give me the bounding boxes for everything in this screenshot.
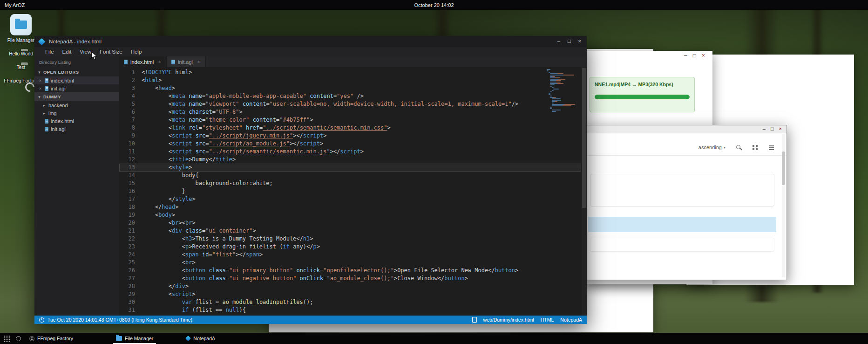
code-line-21[interactable]: 21 <div class="ui container"> (119, 227, 581, 235)
list-view-icon[interactable] (768, 144, 774, 151)
scrollbar[interactable] (782, 134, 785, 277)
scrollbar-thumb[interactable] (582, 68, 586, 208)
code-line-28[interactable]: 28 </div> (119, 282, 581, 290)
file-list-row[interactable] (590, 174, 774, 206)
code-line-6[interactable]: 6 <meta charset="UTF-8"> (119, 108, 581, 116)
close-button[interactable]: × (578, 38, 581, 44)
search-icon[interactable] (736, 144, 742, 151)
minimize-button[interactable]: – (763, 126, 766, 131)
section-open-editors[interactable]: ▾OPEN EDITORS (34, 68, 119, 76)
close-button[interactable]: × (779, 126, 782, 131)
file-window-titlebar[interactable]: – □ × (584, 125, 787, 133)
chevron-down-icon: ▾ (724, 145, 726, 150)
menu-font-size[interactable]: Font Size (95, 49, 127, 55)
code-line-24[interactable]: 24 <span id="flist"></span> (119, 251, 581, 259)
line-number: 7 (119, 116, 142, 124)
file-list-row-selected[interactable] (588, 217, 776, 232)
taskbar-item-notepada[interactable]: NotepadA (183, 333, 218, 344)
maximize-button[interactable]: □ (693, 53, 696, 58)
code-line-9[interactable]: 9 <script src="../script/jquery.min.js">… (119, 132, 581, 140)
line-number: 4 (119, 92, 142, 100)
taskbar-item-label: NotepadA (193, 336, 215, 341)
close-icon[interactable]: × (157, 60, 162, 64)
close-icon[interactable]: × (197, 60, 201, 64)
section-workspace[interactable]: ▾DUMMY (34, 92, 119, 101)
scrollbar-thumb[interactable] (782, 151, 785, 185)
code-line-7[interactable]: 7 <meta name="theme-color" content="#4b7… (119, 116, 581, 124)
menu-help[interactable]: Help (127, 49, 146, 55)
code-line-27[interactable]: 27 <button class="ui negative button" on… (119, 275, 581, 282)
tab-init.agi[interactable]: init.agi× (167, 56, 206, 67)
taskbar-item-file-manager[interactable]: File Manager (113, 333, 156, 344)
open-editor-init.agi[interactable]: ×init.agi (34, 84, 119, 92)
code-line-30[interactable]: 30 var flist = ao_module_loadInputFiles(… (119, 298, 581, 306)
code-line-17[interactable]: 17 </style> (119, 195, 581, 203)
file-index.html[interactable]: index.html (34, 117, 119, 125)
close-icon[interactable]: × (38, 86, 42, 91)
line-number: 15 (119, 179, 142, 187)
code-line-22[interactable]: 22 <h3>This is a Dummy Testing Module</h… (119, 235, 581, 243)
code-line-31[interactable]: 31 if (flist == null){ (119, 306, 581, 314)
line-number: 28 (119, 282, 142, 290)
line-number: 21 (119, 227, 142, 235)
code-line-15[interactable]: 15 background-color:white; (119, 179, 581, 187)
status-language[interactable]: HTML (541, 317, 554, 323)
code-line-2[interactable]: 2<html> (119, 76, 581, 84)
conversion-task-card: NNE1.mp4|MP4 → MP3(320 Kbps) (590, 77, 695, 112)
code-line-19[interactable]: 19 <body> (119, 211, 581, 219)
open-editor-index.html[interactable]: ×index.html (34, 76, 119, 84)
line-number: 27 (119, 275, 142, 282)
editor-scrollbar[interactable] (582, 67, 587, 316)
minimap[interactable] (547, 69, 580, 112)
code-line-25[interactable]: 25 <br> (119, 259, 581, 267)
code-line-13[interactable]: 13 <style> (119, 164, 581, 172)
code-line-10[interactable]: 10 <script src="../script/ao_module.js">… (119, 140, 581, 148)
notepada-titlebar[interactable]: NotepadA - index.html – □ × (34, 36, 587, 47)
desktop: My ArOZ October 20 14:02 File ManagerHel… (0, 0, 868, 344)
status-filepath[interactable]: web/Dummy/index.html (483, 317, 534, 323)
code-line-12[interactable]: 12 <title>Dummy</title> (119, 156, 581, 164)
code-line-3[interactable]: 3 <head> (119, 84, 581, 92)
code-line-4[interactable]: 4 <meta name="apple-mobile-web-app-capab… (119, 92, 581, 100)
grid-view-icon[interactable] (752, 144, 758, 151)
code-line-11[interactable]: 11 <script src="../script/semantic/seman… (119, 148, 581, 156)
chevron-down-icon: ▾ (37, 70, 41, 75)
line-number: 2 (119, 76, 142, 84)
file-icon (45, 127, 48, 131)
folder-img[interactable]: ▸img (34, 109, 119, 117)
code-line-8[interactable]: 8 <link rel="stylesheet" href="../script… (119, 124, 581, 132)
editor: index.html×init.agi× 1<!DOCTYPE html>2<h… (119, 56, 587, 316)
taskbar-item-label: File Manager (125, 336, 153, 341)
code-line-5[interactable]: 5 <meta name="viewport" content="user-sc… (119, 100, 581, 108)
line-number: 24 (119, 251, 142, 259)
maximize-button[interactable]: □ (568, 38, 571, 44)
clock-icon (39, 317, 44, 323)
code-line-20[interactable]: 20 <br><br> (119, 219, 581, 227)
code-line-29[interactable]: 29 <script> (119, 290, 581, 298)
sort-dropdown[interactable]: ascending ▾ (698, 144, 726, 150)
tab-index.html[interactable]: index.html× (119, 56, 167, 67)
code-line-14[interactable]: 14 body{ (119, 172, 581, 179)
minimize-button[interactable]: – (684, 53, 687, 58)
start-menu-icon[interactable] (3, 335, 10, 342)
file-selector-window[interactable]: – □ × ascending ▾ (584, 125, 787, 280)
code-line-1[interactable]: 1<!DOCTYPE html> (119, 69, 581, 76)
taskbar-item-ffmpeg-factory[interactable]: FFmpeg Factory (27, 333, 76, 344)
close-icon[interactable]: × (38, 78, 42, 83)
folder-backend[interactable]: ▸backend (34, 101, 119, 109)
taskbar-circle-icon[interactable] (16, 336, 21, 341)
code-line-18[interactable]: 18 </head> (119, 203, 581, 211)
file-init.agi[interactable]: init.agi (34, 125, 119, 133)
code-area[interactable]: 1<!DOCTYPE html>2<html>3 <head>4 <meta n… (119, 67, 581, 316)
maximize-button[interactable]: □ (771, 126, 774, 131)
code-line-26[interactable]: 26 <button class="ui primary button" onc… (119, 267, 581, 275)
code-line-23[interactable]: 23 <p>Received drag-in filelist (if any)… (119, 243, 581, 251)
code-line-16[interactable]: 16 } (119, 187, 581, 195)
close-button[interactable]: × (702, 53, 705, 58)
file-list-row[interactable] (590, 238, 774, 252)
minimize-button[interactable]: – (557, 38, 560, 44)
menu-file[interactable]: File (41, 49, 58, 55)
aroz-brand[interactable]: My ArOZ (5, 2, 25, 8)
menu-edit[interactable]: Edit (58, 49, 76, 55)
line-number: 3 (119, 84, 142, 92)
